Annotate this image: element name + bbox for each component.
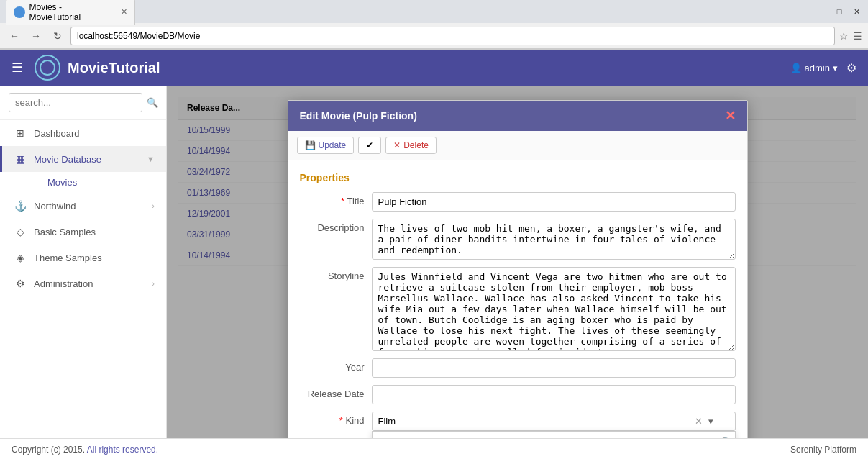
release-date-input[interactable] — [372, 385, 736, 404]
theme-samples-icon: ◈ — [14, 252, 27, 263]
sidebar-item-theme-samples[interactable]: ◈ Theme Samples — [0, 245, 166, 271]
hamburger-btn[interactable]: ☰ — [12, 60, 23, 76]
footer-rights-link[interactable]: All rights reserved. — [87, 445, 158, 455]
footer-platform: Serenity Platform — [790, 445, 856, 455]
sidebar-item-basic-samples[interactable]: ◇ Basic Samples — [0, 219, 166, 245]
year-input[interactable] — [372, 358, 736, 378]
modal-header: Edit Movie (Pulp Fiction) ✕ — [288, 101, 747, 131]
kind-field-row: Kind Film ✕ ▾ — [300, 412, 736, 431]
admin-icon: 👤 — [790, 63, 802, 73]
chevron-down-icon: ▼ — [147, 155, 155, 163]
sidebar-item-label: Basic Samples — [34, 227, 155, 237]
dashboard-icon: ⊞ — [14, 127, 27, 139]
modal-title: Edit Movie (Pulp Fiction) — [300, 110, 417, 122]
browser-chrome: Movies - MovieTutorial ✕ ─ □ ✕ ← → ↻ ☆ ☰ — [0, 0, 868, 50]
forward-btn[interactable]: → — [27, 27, 45, 45]
basic-samples-icon: ◇ — [14, 226, 27, 237]
browser-tab-icon — [14, 6, 25, 18]
browser-titlebar: Movies - MovieTutorial ✕ ─ □ ✕ — [0, 0, 868, 23]
save-icon: 💾 — [305, 140, 316, 150]
storyline-textarea[interactable]: Jules Winnfield and Vincent Vega are two… — [372, 267, 736, 351]
back-btn[interactable]: ← — [6, 27, 23, 45]
storyline-field-row: Storyline Jules Winnfield and Vincent Ve… — [300, 267, 736, 351]
sidebar-item-label: Theme Samples — [34, 253, 155, 263]
movie-database-icon: ▦ — [14, 153, 27, 165]
edit-movie-modal: Edit Movie (Pulp Fiction) ✕ 💾 Update ✔ — [288, 100, 748, 438]
save-only-btn[interactable]: ✔ — [358, 137, 381, 154]
delete-btn[interactable]: ✕ Delete — [385, 137, 437, 154]
properties-section-title: Properties — [300, 172, 736, 183]
footer: Copyright (c) 2015. All rights reserved.… — [0, 438, 868, 459]
address-bar[interactable] — [70, 27, 835, 45]
kind-select[interactable]: Film ✕ ▾ — [372, 412, 736, 431]
brand-icon-inner — [40, 60, 55, 76]
modal-toolbar: 💾 Update ✔ ✕ Delete — [288, 131, 747, 160]
copyright-text: Copyright (c) 2015. — [12, 445, 85, 455]
footer-copyright: Copyright (c) 2015. All rights reserved. — [12, 445, 158, 455]
sidebar-item-dashboard[interactable]: ⊞ Dashboard — [0, 120, 166, 146]
brand-name: MovieTutorial — [68, 60, 160, 76]
kind-value: Film — [378, 416, 396, 427]
admin-menu-btn[interactable]: 👤 admin ▾ — [790, 63, 838, 73]
share-btn[interactable]: ⚙ — [846, 61, 856, 75]
delete-label: Delete — [403, 140, 429, 150]
tab-close-btn[interactable]: ✕ — [121, 7, 127, 17]
dropdown-search-input[interactable] — [375, 435, 721, 438]
title-field-row: Title — [300, 192, 736, 212]
year-label: Year — [300, 358, 372, 373]
update-btn[interactable]: 💾 Update — [297, 137, 355, 154]
search-icon[interactable]: 🔍 — [147, 97, 158, 108]
chevron-right-icon: › — [152, 279, 155, 288]
window-controls: ─ □ ✕ — [816, 6, 862, 17]
sidebar: 🔍 ⊞ Dashboard ▦ Movie Database ▼ Movies … — [0, 86, 167, 438]
sidebar-item-label: Administration — [34, 278, 145, 289]
description-label: Description — [300, 219, 372, 233]
administration-icon: ⚙ — [14, 278, 27, 289]
year-field-row: Year — [300, 358, 736, 378]
release-date-label: Release Date — [300, 385, 372, 399]
refresh-btn[interactable]: ↻ — [49, 27, 66, 45]
app-wrapper: ☰ MovieTutorial 👤 admin ▾ ⚙ 🔍 — [0, 50, 868, 459]
content-area: Release Da... Runtime in Minutes 10/15/1… — [167, 86, 868, 438]
sidebar-submenu: Movies — [0, 172, 166, 193]
kind-label: Kind — [300, 412, 372, 426]
title-label: Title — [300, 192, 372, 206]
brand-icon — [35, 55, 60, 81]
search-input[interactable] — [9, 93, 142, 112]
top-navbar: ☰ MovieTutorial 👤 admin ▾ ⚙ — [0, 50, 868, 86]
sidebar-item-movies[interactable]: Movies — [36, 172, 166, 193]
modal-body: Properties Title Description The lives o… — [288, 160, 747, 438]
brand: MovieTutorial — [35, 55, 160, 81]
check-icon: ✔ — [366, 140, 373, 150]
browser-tab[interactable]: Movies - MovieTutorial ✕ — [6, 0, 135, 25]
sidebar-item-northwind[interactable]: ⚓ Northwind › — [0, 193, 166, 219]
select-clear-icon[interactable]: ✕ — [695, 416, 703, 427]
modal-overlay: Edit Movie (Pulp Fiction) ✕ 💾 Update ✔ — [167, 86, 868, 438]
sidebar-item-movie-database[interactable]: ▦ Movie Database ▼ — [0, 146, 166, 172]
menu-icon[interactable]: ☰ — [853, 30, 862, 42]
dropdown-search: 🔍 — [373, 432, 735, 438]
maximize-btn[interactable]: □ — [833, 6, 845, 17]
sidebar-item-label: Movie Database — [34, 154, 140, 165]
kind-dropdown-list: 🔍 FilmTV SeriesMini SeriesFilm — [372, 431, 736, 438]
bookmark-icon[interactable]: ☆ — [839, 30, 849, 42]
dropdown-search-icon: 🔍 — [721, 437, 732, 438]
navbar-right: 👤 admin ▾ ⚙ — [790, 61, 856, 75]
minimize-btn[interactable]: ─ — [816, 6, 828, 17]
description-field-row: Description The lives of two mob hit men… — [300, 219, 736, 260]
chevron-right-icon: › — [152, 201, 155, 210]
sidebar-item-label: Northwind — [34, 201, 145, 212]
update-label: Update — [319, 140, 347, 150]
modal-close-btn[interactable]: ✕ — [725, 108, 736, 124]
main-area: 🔍 ⊞ Dashboard ▦ Movie Database ▼ Movies … — [0, 86, 868, 438]
search-box: 🔍 — [0, 86, 166, 120]
description-textarea[interactable]: The lives of two mob hit men, a boxer, a… — [372, 219, 736, 260]
title-input[interactable] — [372, 192, 736, 212]
sidebar-nav: ⊞ Dashboard ▦ Movie Database ▼ Movies ⚓ … — [0, 120, 166, 438]
sidebar-item-administration[interactable]: ⚙ Administration › — [0, 271, 166, 296]
storyline-label: Storyline — [300, 267, 372, 281]
close-btn[interactable]: ✕ — [851, 6, 862, 17]
admin-label: admin — [805, 63, 830, 73]
northwind-icon: ⚓ — [14, 200, 27, 212]
select-arrow-icon: ▾ — [708, 416, 713, 427]
